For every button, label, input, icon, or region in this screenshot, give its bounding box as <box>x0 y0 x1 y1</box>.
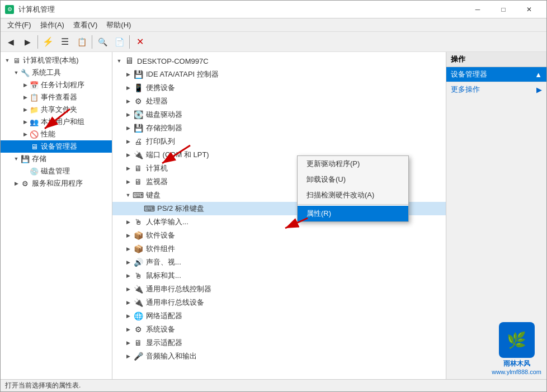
forward-button[interactable]: ▶ <box>20 34 35 50</box>
device-processor[interactable]: ▶ ⚙ 处理器 <box>112 95 446 108</box>
label-device-manager: 设备管理器 <box>41 141 77 152</box>
label-performance: 性能 <box>41 129 55 139</box>
ctx-item-scan[interactable]: 扫描检测硬件改动(A) <box>298 187 408 203</box>
right-panel-more-actions[interactable]: 更多操作 ▶ <box>446 82 546 97</box>
ctx-item-uninstall[interactable]: 卸载设备(U) <box>298 172 408 187</box>
device-disk-drive[interactable]: ▶ 💽 磁盘驱动器 <box>112 108 446 121</box>
toggle-system-tools[interactable]: ▼ <box>12 68 21 77</box>
toggle-dev-ports[interactable]: ▶ <box>124 150 133 159</box>
toggle-dev-keyboard[interactable]: ▼ <box>124 191 133 200</box>
icon-dev-display: 🖥 <box>133 337 144 348</box>
toggle-storage[interactable]: ▼ <box>12 154 21 163</box>
device-software-comp[interactable]: ▶ 📦 软件组件 <box>112 242 446 256</box>
tree-item-services[interactable]: ▶ ⚙ 服务和应用程序 <box>1 177 112 190</box>
toolbar-action5[interactable]: 📄 <box>111 34 127 50</box>
label-dev-print: 打印队列 <box>146 136 175 147</box>
device-display[interactable]: ▶ 🖥 显示适配器 <box>112 336 446 350</box>
tree-item-root[interactable]: ▼ 🖥 计算机管理(本地) <box>1 54 112 67</box>
tree-item-shared-folders[interactable]: ▶ 📁 共享文件夹 <box>1 103 112 116</box>
device-audio[interactable]: ▶ 🎤 音频输入和输出 <box>112 350 446 363</box>
icon-dev-mouse: 🖱 <box>133 270 144 281</box>
toggle-dev-print[interactable]: ▶ <box>124 137 133 146</box>
toggle-dev-portable[interactable]: ▶ <box>124 83 133 92</box>
icon-storage-group: 💾 <box>21 154 30 163</box>
toolbar-action2[interactable]: ☰ <box>57 34 73 50</box>
tree-item-event-viewer[interactable]: ▶ 📋 事件查看器 <box>1 91 112 103</box>
toggle-local-users[interactable]: ▶ <box>21 117 30 126</box>
device-mouse[interactable]: ▶ 🖱 鼠标和其... <box>112 269 446 282</box>
toggle-dev-audio[interactable]: ▶ <box>124 352 133 361</box>
toggle-dev-usb-dev[interactable]: ▶ <box>124 298 133 307</box>
icon-dev-usb-ctrl: 🔌 <box>133 284 144 295</box>
device-network[interactable]: ▶ 🌐 网络适配器 <box>112 309 446 323</box>
device-system[interactable]: ▶ ⚙ 系统设备 <box>112 323 446 336</box>
right-panel-device-manager[interactable]: 设备管理器 ▲ <box>446 67 546 82</box>
toggle-shared-folders[interactable]: ▶ <box>21 105 30 114</box>
tree-item-system-tools[interactable]: ▼ 🔧 系统工具 <box>1 67 112 79</box>
tree-item-storage[interactable]: ▼ 💾 存储 <box>1 153 112 165</box>
maximize-button[interactable]: □ <box>491 1 516 18</box>
toggle-dev-display[interactable]: ▶ <box>124 338 133 347</box>
toggle-dev-mouse[interactable]: ▶ <box>124 271 133 280</box>
icon-dev-system: ⚙ <box>133 324 144 335</box>
toolbar-action1[interactable]: ⚡ <box>40 34 56 50</box>
toggle-dev-disk[interactable]: ▶ <box>124 110 133 119</box>
menu-help[interactable]: 帮助(H) <box>102 19 135 31</box>
tree-item-device-manager[interactable]: 🖥 设备管理器 <box>1 140 112 153</box>
ctx-item-properties[interactable]: 属性(R) <box>298 206 408 221</box>
label-dev-usb-ctrl: 通用串行总线控制器 <box>146 284 211 294</box>
toggle-dev-root[interactable]: ▼ <box>115 56 124 65</box>
toggle-dev-usb-ctrl[interactable]: ▶ <box>124 285 133 294</box>
toolbar-action4[interactable]: 🔍 <box>95 34 110 50</box>
toolbar-action3[interactable]: 📋 <box>74 34 89 50</box>
toggle-performance[interactable]: ▶ <box>21 130 30 139</box>
label-dev-disk: 磁盘驱动器 <box>146 110 182 120</box>
icon-dev-ide: 💾 <box>133 69 144 80</box>
toggle-root[interactable]: ▼ <box>3 56 12 65</box>
icon-dev-disk: 💽 <box>133 109 144 120</box>
toggle-dev-hid[interactable]: ▶ <box>124 218 133 226</box>
tree-item-performance[interactable]: ▶ 🚫 性能 <box>1 128 112 140</box>
right-panel-device-manager-label: 设备管理器 <box>451 69 487 79</box>
device-root[interactable]: ▼ 🖥 DESKTOP-COM997C <box>112 54 446 68</box>
toolbar: ◀ ▶ ⚡ ☰ 📋 🔍 📄 ✕ <box>1 32 546 52</box>
menu-view[interactable]: 查看(V) <box>69 19 102 31</box>
toggle-dev-computer[interactable]: ▶ <box>124 164 133 173</box>
toggle-dev-processor[interactable]: ▶ <box>124 97 133 106</box>
label-dev-storage-ctrl: 存储控制器 <box>146 123 182 133</box>
icon-dev-hid: 🖱 <box>133 216 144 228</box>
device-usb-dev[interactable]: ▶ 🔌 通用串行总线设备 <box>112 296 446 309</box>
ctx-item-update-driver[interactable]: 更新驱动程序(P) <box>298 156 408 172</box>
toggle-dev-ide[interactable]: ▶ <box>124 70 133 79</box>
tree-item-local-users[interactable]: ▶ 👥 本地用户和组 <box>1 116 112 128</box>
toggle-event-viewer[interactable]: ▶ <box>21 93 30 102</box>
device-print[interactable]: ▶ 🖨 打印队列 <box>112 135 446 148</box>
menu-file[interactable]: 文件(F) <box>3 19 36 31</box>
toggle-device-manager[interactable] <box>21 142 30 151</box>
minimize-button[interactable]: ─ <box>465 1 491 18</box>
toggle-task-scheduler[interactable]: ▶ <box>21 81 30 89</box>
toggle-dev-sound[interactable]: ▶ <box>124 258 133 267</box>
toggle-dev-network[interactable]: ▶ <box>124 311 133 320</box>
toolbar-delete-button[interactable]: ✕ <box>132 34 148 50</box>
icon-event-viewer: 📋 <box>30 93 39 102</box>
toggle-services[interactable]: ▶ <box>12 179 21 188</box>
toggle-dev-software-comp[interactable]: ▶ <box>124 244 133 253</box>
toggle-dev-storage[interactable]: ▶ <box>124 124 133 133</box>
device-software[interactable]: ▶ 📦 软件设备 <box>112 229 446 242</box>
menu-action[interactable]: 操作(A) <box>36 19 69 31</box>
device-ide[interactable]: ▶ 💾 IDE ATA/ATAPI 控制器 <box>112 68 446 81</box>
toggle-disk-management[interactable] <box>21 167 30 176</box>
icon-dev-sound: 🔊 <box>133 257 144 268</box>
device-usb-ctrl[interactable]: ▶ 🔌 通用串行总线控制器 <box>112 282 446 296</box>
device-sound[interactable]: ▶ 🔊 声音、视... <box>112 256 446 269</box>
device-storage-ctrl[interactable]: ▶ 💾 存储控制器 <box>112 121 446 135</box>
back-button[interactable]: ◀ <box>3 34 18 50</box>
tree-item-disk-management[interactable]: 💿 磁盘管理 <box>1 165 112 177</box>
close-button[interactable]: ✕ <box>516 1 542 18</box>
device-portable[interactable]: ▶ 📱 便携设备 <box>112 81 446 95</box>
toggle-dev-monitor[interactable]: ▶ <box>124 177 133 186</box>
toggle-dev-system[interactable]: ▶ <box>124 325 133 334</box>
tree-item-task-scheduler[interactable]: ▶ 📅 任务计划程序 <box>1 79 112 91</box>
toggle-dev-software[interactable]: ▶ <box>124 231 133 240</box>
